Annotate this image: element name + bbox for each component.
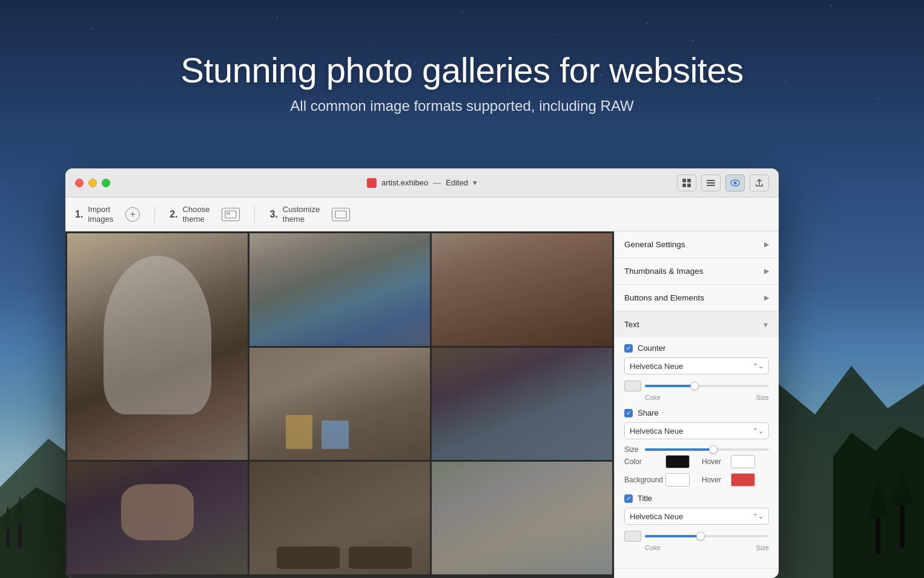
step2-number: 2. — [170, 209, 177, 220]
thumbnails-section: Thumbnails & Images ▶ — [615, 258, 779, 285]
step-2[interactable]: 2. Choose theme — [170, 205, 210, 224]
counter-setting: ✓ Counter Helvetica Neue ⌃⌄ — [624, 344, 769, 401]
share-color-label: Color — [624, 457, 661, 466]
dropdown-arrow[interactable]: ▾ — [473, 178, 477, 187]
hero-section: Stunning photo galleries for websites Al… — [0, 0, 924, 164]
svg-rect-12 — [687, 184, 691, 187]
counter-slider-track — [645, 385, 769, 387]
step-1[interactable]: 1. Import images — [75, 205, 113, 224]
share-bg-row: Background Hover — [624, 473, 769, 487]
app-window: artist.exhibeo — Edited ▾ — [65, 168, 779, 578]
add-icon: + — [130, 209, 136, 220]
general-settings-section: General Settings ▶ — [615, 231, 779, 258]
general-settings-header[interactable]: General Settings ▶ — [615, 231, 779, 257]
photo-4 — [249, 348, 430, 460]
title-slider-track — [645, 535, 769, 537]
svg-rect-19 — [226, 212, 230, 214]
share-size-slider-fill — [645, 448, 713, 451]
grid-view-button[interactable] — [677, 174, 696, 191]
share-window-button[interactable] — [750, 174, 769, 191]
svg-rect-4 — [876, 511, 880, 554]
photo-gallery — [65, 231, 614, 578]
customize-icon — [332, 208, 350, 221]
general-settings-chevron: ▶ — [764, 241, 769, 248]
share-font-arrow: ⌃⌄ — [753, 427, 764, 435]
toolbar-right — [677, 174, 769, 191]
counter-color-swatch[interactable] — [624, 380, 641, 391]
title-setting: ✓ Title Helvetica Neue ⌃⌄ — [624, 494, 769, 551]
app-toolbar: 1. Import images + 2. Choose theme 3. Cu… — [65, 198, 779, 231]
minimize-button[interactable] — [88, 179, 97, 187]
step3-label-customize: Customize — [283, 205, 320, 214]
svg-point-17 — [734, 181, 737, 184]
title-checkbox-row: ✓ Title — [624, 494, 769, 503]
buttons-header[interactable]: Buttons and Elements ▶ — [615, 285, 779, 311]
svg-rect-20 — [335, 211, 346, 218]
share-color-row: Color Hover — [624, 455, 769, 468]
theme-icon — [222, 208, 240, 221]
svg-rect-13 — [707, 180, 715, 181]
text-section: Text ▼ ✓ Counter Helvetica Neue ⌃⌄ — [615, 311, 779, 569]
title-checkbox[interactable]: ✓ — [624, 494, 633, 503]
thumbnails-header[interactable]: Thumbnails & Images ▶ — [615, 258, 779, 284]
counter-slider-track-container — [645, 385, 769, 387]
photo-1 — [67, 233, 248, 460]
counter-slider-thumb[interactable] — [690, 382, 699, 390]
title-slider-row — [624, 531, 769, 542]
counter-slider-fill — [645, 385, 695, 387]
photo-5 — [432, 348, 612, 460]
svg-rect-10 — [687, 179, 691, 182]
app-icon — [367, 178, 377, 188]
share-size-label: Size — [624, 445, 641, 454]
title-color-label: Color — [645, 544, 661, 551]
photo-7 — [249, 462, 430, 574]
share-font-select[interactable]: Helvetica Neue ⌃⌄ — [624, 422, 769, 439]
title-font-arrow: ⌃⌄ — [753, 513, 764, 520]
share-checkbox[interactable]: ✓ — [624, 409, 633, 417]
step1-label-images: images — [88, 214, 113, 224]
hero-title: Stunning photo galleries for websites — [180, 50, 743, 90]
title-bar: artist.exhibeo — Edited ▾ — [65, 168, 779, 198]
counter-font-select[interactable]: Helvetica Neue ⌃⌄ — [624, 357, 769, 374]
share-color-swatch[interactable] — [665, 455, 690, 468]
photo-2 — [249, 233, 430, 346]
counter-checkbox-row: ✓ Counter — [624, 344, 769, 353]
svg-rect-9 — [682, 179, 686, 182]
svg-rect-15 — [707, 185, 715, 186]
counter-font-arrow: ⌃⌄ — [753, 362, 764, 370]
counter-color-label: Color — [645, 394, 661, 401]
share-size-slider-track — [645, 448, 769, 451]
share-bg-swatch[interactable] — [665, 473, 690, 487]
counter-labels-row: Color Size — [624, 394, 769, 401]
hero-subtitle: All common image formats supported, incl… — [290, 98, 633, 115]
counter-size-label: Size — [756, 394, 769, 401]
share-bg-hover-label: Hover — [702, 476, 721, 484]
share-hover-swatch[interactable] — [731, 455, 755, 468]
share-setting: ✓ Share Helvetica Neue ⌃⌄ Size — [624, 408, 769, 487]
add-images-button[interactable]: + — [125, 207, 140, 222]
step-3[interactable]: 3. Customize theme — [269, 205, 320, 224]
share-bg-hover-swatch[interactable] — [731, 473, 755, 487]
buttons-chevron: ▶ — [764, 294, 769, 302]
counter-checkbox[interactable]: ✓ — [624, 344, 633, 353]
share-bg-label: Background — [624, 476, 661, 484]
share-checkbox-row: ✓ Share — [624, 408, 769, 417]
svg-rect-14 — [707, 182, 715, 184]
title-color-swatch[interactable] — [624, 531, 641, 542]
settings-panel: General Settings ▶ Thumbnails & Images ▶… — [614, 231, 779, 578]
step3-number: 3. — [269, 209, 277, 220]
share-size-slider-thumb[interactable] — [709, 445, 718, 454]
share-font-value: Helvetica Neue — [630, 427, 683, 436]
preview-button[interactable] — [725, 174, 745, 191]
maximize-button[interactable] — [102, 179, 110, 187]
title-font-select[interactable]: Helvetica Neue ⌃⌄ — [624, 508, 769, 525]
title-slider-thumb[interactable] — [696, 532, 705, 540]
title-label: Title — [638, 494, 652, 503]
window-title: artist.exhibeo — [381, 178, 428, 187]
list-view-button[interactable] — [701, 174, 721, 191]
text-header[interactable]: Text ▼ — [615, 311, 779, 337]
toolbar-divider-1 — [154, 206, 155, 223]
close-button[interactable] — [75, 179, 84, 187]
step2-label-choose: Choose — [183, 205, 210, 214]
step1-label-import: Import — [88, 205, 113, 214]
